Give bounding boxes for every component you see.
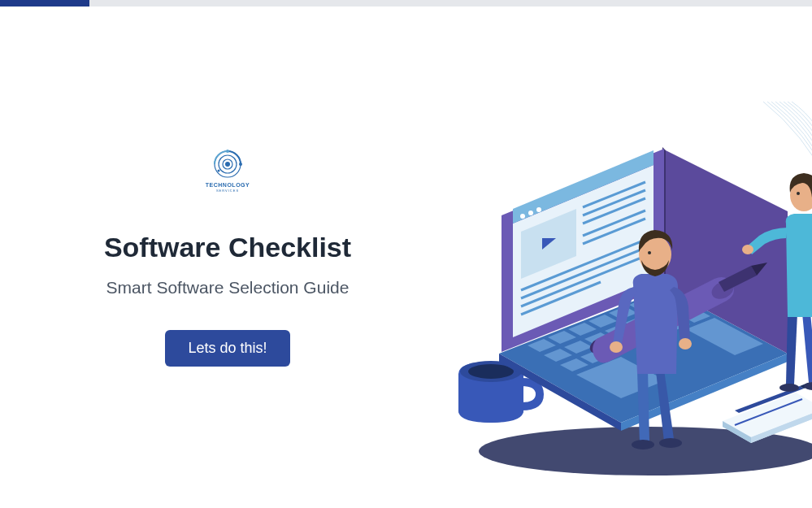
svg-point-4 bbox=[226, 150, 229, 153]
svg-point-27 bbox=[632, 440, 654, 449]
svg-point-13 bbox=[528, 211, 533, 215]
svg-point-33 bbox=[779, 384, 799, 392]
page-subtitle: Smart Software Selection Guide bbox=[106, 278, 350, 297]
svg-point-34 bbox=[804, 382, 812, 390]
svg-point-32 bbox=[648, 251, 651, 254]
svg-point-37 bbox=[797, 192, 800, 195]
svg-point-28 bbox=[659, 438, 682, 448]
svg-point-5 bbox=[218, 170, 220, 172]
brand-logo: TECHNOLOGY SERVICES bbox=[203, 146, 252, 195]
svg-point-3 bbox=[239, 163, 242, 166]
svg-point-29 bbox=[610, 341, 623, 353]
logo-title: TECHNOLOGY bbox=[206, 182, 250, 188]
progress-bar bbox=[0, 0, 812, 7]
cta-button[interactable]: Lets do this! bbox=[165, 330, 289, 367]
page-heading: Software Checklist bbox=[104, 232, 351, 263]
logo-subtitle: SERVICES bbox=[216, 189, 239, 193]
svg-point-35 bbox=[742, 245, 753, 254]
svg-point-30 bbox=[679, 338, 692, 350]
hero-illustration bbox=[438, 102, 812, 484]
svg-point-12 bbox=[520, 214, 525, 219]
svg-point-10 bbox=[468, 364, 514, 379]
svg-point-14 bbox=[536, 207, 541, 212]
svg-point-6 bbox=[225, 162, 230, 167]
progress-fill bbox=[0, 0, 89, 7]
hero-content: TECHNOLOGY SERVICES Software Checklist S… bbox=[0, 146, 455, 367]
